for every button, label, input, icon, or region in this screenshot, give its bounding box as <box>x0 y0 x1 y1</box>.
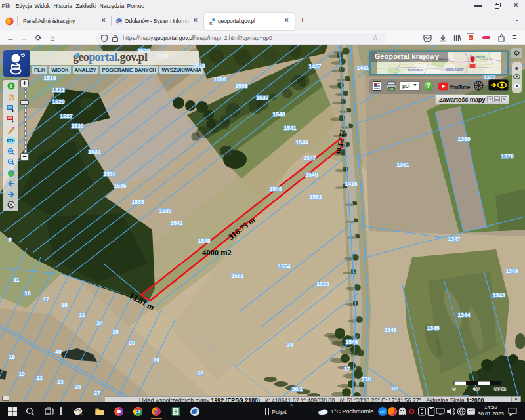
svg-text:1538: 1538 <box>132 199 144 205</box>
svg-text:16: 16 <box>24 290 31 297</box>
svg-text:4000 m2: 4000 m2 <box>202 248 232 257</box>
svg-text:40: 40 <box>55 348 62 355</box>
svg-text:Sulmierzyce: Sulmierzyce <box>408 68 424 72</box>
svg-text:18: 18 <box>61 302 68 308</box>
svg-text:24: 24 <box>96 320 103 326</box>
svg-text:1376: 1376 <box>501 153 514 159</box>
svg-text:1549: 1549 <box>306 171 318 178</box>
svg-text:34: 34 <box>287 341 293 348</box>
svg-text:37: 37 <box>344 366 350 372</box>
svg-text:60 m: 60 m <box>494 386 506 392</box>
svg-text:30: 30 <box>474 386 480 392</box>
svg-text:20: 20 <box>129 339 135 346</box>
svg-text:1534: 1534 <box>104 171 116 177</box>
svg-text:36/1: 36/1 <box>292 386 303 392</box>
svg-text:22: 22 <box>36 375 43 381</box>
svg-text:27: 27 <box>94 390 100 396</box>
svg-text:1457: 1457 <box>309 63 322 70</box>
svg-text:1500: 1500 <box>214 76 226 83</box>
svg-text:1553: 1553 <box>317 281 329 287</box>
svg-text:1530: 1530 <box>72 123 84 129</box>
svg-text:1361: 1361 <box>397 161 410 168</box>
svg-text:1542: 1542 <box>171 220 183 226</box>
svg-text:1508: 1508 <box>236 83 248 89</box>
svg-text:26: 26 <box>75 383 81 390</box>
svg-text:32: 32 <box>197 370 203 377</box>
svg-text:1344: 1344 <box>458 312 471 318</box>
svg-text:1547: 1547 <box>304 155 316 161</box>
svg-text:1548: 1548 <box>270 186 282 192</box>
svg-text:9: 9 <box>9 236 12 243</box>
svg-text:ETH: ETH <box>7 138 15 142</box>
svg-text:1416: 1416 <box>345 180 358 187</box>
svg-text:1537: 1537 <box>257 94 269 101</box>
svg-text:1554: 1554 <box>278 263 291 270</box>
svg-text:1529: 1529 <box>52 98 65 105</box>
svg-text:1345: 1345 <box>427 325 440 331</box>
svg-text:GML: GML <box>389 88 394 91</box>
svg-text:1346: 1346 <box>385 327 397 333</box>
svg-text:23: 23 <box>57 379 64 385</box>
svg-text:1544: 1544 <box>296 139 308 146</box>
svg-text:1380: 1380 <box>458 136 471 142</box>
svg-text:1546: 1546 <box>346 339 358 345</box>
svg-text:21: 21 <box>79 312 85 318</box>
svg-text:1540: 1540 <box>273 111 285 117</box>
svg-text:77/1: 77/1 <box>362 376 373 383</box>
svg-text:1522: 1522 <box>52 87 65 93</box>
svg-text:1541: 1541 <box>284 125 297 131</box>
svg-text:1552: 1552 <box>310 194 322 200</box>
svg-text:0: 0 <box>453 386 456 392</box>
svg-text:32: 32 <box>392 385 398 392</box>
svg-text:25: 25 <box>112 329 119 335</box>
svg-text:1551: 1551 <box>232 272 244 279</box>
svg-text:1519: 1519 <box>44 75 56 81</box>
svg-text:17: 17 <box>43 296 49 303</box>
svg-text:1539: 1539 <box>159 207 172 214</box>
svg-text:1535: 1535 <box>114 182 127 189</box>
svg-text:1545: 1545 <box>198 238 211 244</box>
svg-text:ODOLANÓW: ODOLANÓW <box>446 68 464 72</box>
svg-text:10: 10 <box>18 371 25 377</box>
svg-text:19: 19 <box>9 354 15 360</box>
svg-text:1411: 1411 <box>357 64 369 71</box>
svg-text:1531: 1531 <box>89 148 101 155</box>
svg-text:1349: 1349 <box>506 268 518 274</box>
svg-text:11: 11 <box>14 276 20 283</box>
svg-text:YouTube: YouTube <box>450 84 471 91</box>
svg-text:1343: 1343 <box>493 292 505 299</box>
svg-text:1347: 1347 <box>448 236 461 242</box>
svg-text:29: 29 <box>153 357 159 364</box>
svg-text:1527: 1527 <box>60 113 73 119</box>
